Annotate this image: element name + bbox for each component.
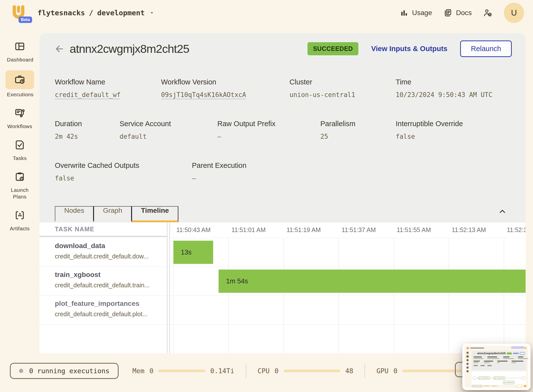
parallelism-value: 25 [320, 133, 396, 140]
timeline-gridline [504, 238, 504, 353]
person-gear-icon [483, 8, 492, 18]
detail-label: Cluster [289, 78, 396, 86]
collapse-details-button[interactable] [496, 207, 508, 216]
detail-label: Parent Execution [192, 161, 246, 170]
topnav: Usage Docs U [400, 3, 524, 23]
overwrite-cached-outputs-value: false [55, 175, 192, 182]
column-resize-handle[interactable] [167, 222, 170, 353]
resource-meters: Mem 0 0.14Ti CPU 0 48 GPU 0 4 [132, 364, 471, 378]
bar-duration-label: 13s [181, 249, 192, 256]
pip-mini-help-button [524, 385, 526, 387]
cpu-meter: CPU 0 48 [258, 367, 353, 375]
cpu-capacity: 48 [345, 367, 353, 375]
pip-mini-main: ← atnnx2cwgmjx8m2cht25 [471, 350, 528, 388]
topbar: Beta flytesnacks / development Usage [0, 0, 533, 26]
meter-divider [246, 364, 246, 378]
pip-mini-start-node [472, 377, 477, 380]
cluster-value: union-us-central1 [289, 91, 396, 98]
usage-label: Usage [412, 9, 432, 17]
timeline-gridline [394, 238, 394, 353]
avatar[interactable]: U [504, 3, 524, 23]
chevron-down-icon [149, 10, 155, 16]
raw-output-prefix-value: – [217, 133, 320, 140]
duration-value: 2m 42s [55, 133, 120, 140]
union-logo[interactable]: Beta [9, 3, 28, 22]
mem-current: 0 [149, 367, 153, 375]
time-tick-label: 11:50:43 AM [176, 226, 211, 234]
breadcrumb-domain: development [97, 9, 145, 17]
view-inputs-outputs-link[interactable]: View Inputs & Outputs [371, 45, 448, 53]
pip-mini-tooltip [511, 346, 524, 349]
back-button[interactable] [52, 42, 65, 56]
chevron-up-icon [498, 207, 507, 216]
sidebar-item-launch-plans[interactable]: Launch Plans [5, 169, 34, 200]
pip-mini-page: ← atnnx2cwgmjx8m2cht25 [465, 346, 528, 388]
artifacts-icon [14, 210, 25, 221]
tab-graph[interactable]: Graph [94, 206, 132, 222]
pip-mini-avatar [524, 347, 526, 349]
parent-execution-value: – [192, 175, 246, 182]
usage-nav-button[interactable]: Usage [400, 9, 432, 17]
mem-capacity: 0.14Ti [210, 367, 234, 375]
execution-details: Workflow Name credit_default_wf Workflow… [55, 78, 518, 203]
sidebar-item-workflows[interactable]: Workflows [5, 105, 34, 130]
gantt-chart: 13s 1m 54s 11:50:43 AM11:51:01 AM11:51:1… [170, 222, 526, 353]
service-account-value: default [120, 133, 217, 140]
task-bar-train-xgboost[interactable]: 1m 54s [219, 270, 526, 293]
details-row-1: Workflow Name credit_default_wf Workflow… [55, 78, 518, 98]
workflow-name-link[interactable]: credit_default_wf [55, 91, 161, 98]
workflows-icon [14, 107, 25, 119]
pip-mini-back-arrow: ← [473, 352, 476, 355]
sidebar-item-executions[interactable]: Executions [5, 70, 34, 98]
pip-mini-task-node [494, 376, 505, 380]
docs-icon [443, 8, 452, 17]
executions-icon [14, 74, 26, 86]
tab-timeline[interactable]: Timeline [132, 206, 178, 222]
running-executions-pill[interactable]: 0 running executions [10, 363, 119, 379]
pip-mini-title-row: ← atnnx2cwgmjx8m2cht25 [473, 352, 524, 355]
pip-mini-task-node [503, 381, 514, 384]
bar-chart-icon [400, 9, 408, 17]
timeline-gridline [284, 238, 284, 353]
union-console-page: Beta flytesnacks / development Usage [0, 0, 533, 392]
breadcrumb-separator: / [89, 9, 93, 17]
pip-mini-status-badge [507, 353, 512, 354]
meter-divider [365, 364, 365, 378]
sidebar-item-dashboard[interactable]: Dashboard [5, 39, 34, 63]
view-tabs: Nodes Graph Timeline [55, 206, 178, 222]
gpu-current: 0 [393, 367, 397, 375]
time-value: 10/23/2024 9:50:43 AM UTC [396, 91, 492, 98]
execution-header: atnnx2cwgmjx8m2cht25 SUCCEEDED View Inpu… [52, 40, 512, 57]
sidebar-item-tasks[interactable]: Tasks [5, 137, 34, 161]
timeline-section: download_data credit_default.credit_defa… [40, 222, 526, 353]
timeline-gridline [449, 238, 449, 353]
cpu-label: CPU [258, 367, 270, 375]
breadcrumb[interactable]: flytesnacks / development [38, 9, 155, 17]
time-tick-label: 11:51:55 AM [397, 226, 431, 234]
docs-nav-button[interactable]: Docs [443, 8, 472, 17]
status-badge: SUCCEEDED [308, 42, 358, 55]
cpu-current: 0 [274, 367, 278, 375]
back-arrow-icon [53, 44, 64, 54]
tab-nodes[interactable]: Nodes [55, 206, 94, 222]
avatar-initial: U [511, 8, 517, 18]
details-row-3: Overwrite Cached Outputs false Parent Ex… [55, 161, 518, 182]
time-tick-label: 11:52:31 AM [507, 226, 526, 234]
pip-mini-sidebar [465, 350, 471, 388]
relaunch-button[interactable]: Relaunch [460, 40, 512, 57]
detail-label: Time [396, 78, 492, 86]
interruptible-override-value: false [396, 133, 463, 140]
pip-mini-logo [467, 347, 469, 349]
breadcrumb-project: flytesnacks [38, 9, 85, 17]
time-tick-label: 11:52:13 AM [452, 226, 486, 234]
user-admin-button[interactable] [483, 8, 492, 18]
details-row-2: Duration 2m 42s Service Account default … [55, 120, 518, 140]
running-executions-label: 0 running executions [29, 367, 109, 375]
gpu-meter-track [402, 370, 462, 372]
pip-preview-window[interactable]: ← atnnx2cwgmjx8m2cht25 [462, 344, 531, 390]
task-bar-download-data[interactable]: 13s [173, 241, 213, 264]
workflow-version-link[interactable]: 09sjT10qTq4sK16kAOtxcA [161, 91, 289, 98]
pip-mini-task-node [478, 376, 490, 380]
pip-mini-end-node [521, 377, 526, 380]
sidebar-item-artifacts[interactable]: Artifacts [5, 207, 34, 232]
